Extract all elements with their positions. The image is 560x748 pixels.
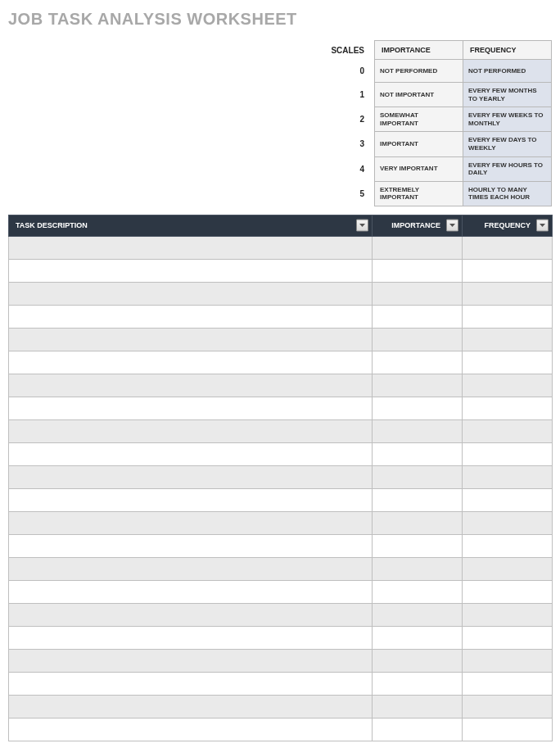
column-header-task-description-label: TASK DESCRIPTION [16,221,88,229]
cell-importance[interactable] [373,305,463,328]
cell-frequency[interactable] [463,419,553,442]
scale-number: 1 [331,83,374,107]
cell-importance[interactable] [373,259,463,282]
table-row [9,282,553,305]
cell-task-description[interactable] [9,603,373,626]
cell-importance[interactable] [373,718,463,741]
cell-task-description[interactable] [9,488,373,511]
cell-task-description[interactable] [9,718,373,741]
cell-frequency[interactable] [463,442,553,465]
cell-task-description[interactable] [9,351,373,374]
cell-importance[interactable] [373,580,463,603]
cell-task-description[interactable] [9,397,373,419]
cell-frequency[interactable] [463,465,553,488]
scale-frequency: EVERY FEW DAYS TO WEEKLY [463,132,552,156]
cell-frequency[interactable] [463,534,553,557]
cell-frequency[interactable] [463,718,553,741]
cell-importance[interactable] [373,442,463,465]
scales-row: 2SOMEWHAT IMPORTANTEVERY FEW WEEKS TO MO… [331,107,551,132]
scale-frequency: EVERY FEW HOURS TO DAILY [463,156,552,181]
cell-frequency[interactable] [463,511,553,534]
scale-number: 2 [331,107,374,132]
cell-importance[interactable] [373,465,463,488]
cell-frequency[interactable] [463,259,553,282]
cell-importance[interactable] [373,488,463,511]
table-row [9,419,553,442]
cell-frequency[interactable] [463,603,553,626]
filter-dropdown-importance[interactable] [446,220,458,232]
cell-task-description[interactable] [9,442,373,465]
scales-row: 5EXTREMELY IMPORTANTHOURLY TO MANY TIMES… [331,181,551,206]
cell-task-description[interactable] [9,259,373,282]
column-header-importance-label: IMPORTANCE [391,221,440,229]
cell-task-description[interactable] [9,305,373,328]
cell-importance[interactable] [373,672,463,695]
cell-frequency[interactable] [463,695,553,718]
cell-frequency[interactable] [463,557,553,580]
cell-task-description[interactable] [9,672,373,695]
scale-importance: NOT IMPORTANT [375,83,463,107]
column-header-importance: IMPORTANCE [373,215,463,236]
cell-task-description[interactable] [9,511,373,534]
cell-importance[interactable] [373,649,463,672]
cell-frequency[interactable] [463,397,553,419]
cell-importance[interactable] [373,511,463,534]
table-row [9,488,553,511]
table-row [9,236,553,259]
cell-frequency[interactable] [463,672,553,695]
scales-row: 0NOT PERFORMEDNOT PERFORMED [331,60,551,83]
cell-task-description[interactable] [9,419,373,442]
cell-frequency[interactable] [463,305,553,328]
cell-importance[interactable] [373,603,463,626]
cell-importance[interactable] [373,351,463,374]
cell-frequency[interactable] [463,580,553,603]
filter-dropdown-frequency[interactable] [536,220,549,232]
table-row [9,442,553,465]
table-row [9,718,553,741]
cell-importance[interactable] [373,626,463,649]
cell-task-description[interactable] [9,374,373,397]
cell-frequency[interactable] [463,626,553,649]
table-row [9,649,553,672]
cell-importance[interactable] [373,236,463,259]
cell-importance[interactable] [373,282,463,305]
scales-row: 1NOT IMPORTANTEVERY FEW MONTHS TO YEARLY [331,83,551,107]
cell-importance[interactable] [373,328,463,351]
cell-task-description[interactable] [9,580,373,603]
cell-task-description[interactable] [9,649,373,672]
scales-reference: SCALES IMPORTANCE FREQUENCY 0NOT PERFORM… [8,40,552,206]
column-header-frequency-label: FREQUENCY [484,221,531,229]
cell-frequency[interactable] [463,649,553,672]
cell-task-description[interactable] [9,557,373,580]
table-row [9,557,553,580]
cell-task-description[interactable] [9,282,373,305]
cell-importance[interactable] [373,397,463,419]
table-row [9,397,553,419]
cell-task-description[interactable] [9,465,373,488]
chevron-down-icon [359,224,365,228]
cell-task-description[interactable] [9,236,373,259]
cell-importance[interactable] [373,557,463,580]
cell-importance[interactable] [373,695,463,718]
scale-number: 5 [331,181,374,206]
cell-task-description[interactable] [9,328,373,351]
scale-number: 3 [331,132,374,156]
cell-frequency[interactable] [463,351,553,374]
filter-dropdown-task[interactable] [356,220,368,232]
cell-task-description[interactable] [9,534,373,557]
scales-frequency-header: FREQUENCY [463,41,552,60]
cell-task-description[interactable] [9,626,373,649]
cell-frequency[interactable] [463,282,553,305]
table-row [9,351,553,374]
cell-importance[interactable] [373,534,463,557]
column-header-frequency: FREQUENCY [463,215,553,236]
cell-frequency[interactable] [463,488,553,511]
cell-frequency[interactable] [463,236,553,259]
cell-importance[interactable] [373,419,463,442]
chevron-down-icon [540,224,545,228]
cell-importance[interactable] [373,374,463,397]
table-row [9,626,553,649]
cell-frequency[interactable] [463,328,553,351]
cell-task-description[interactable] [9,695,373,718]
cell-frequency[interactable] [463,374,553,397]
